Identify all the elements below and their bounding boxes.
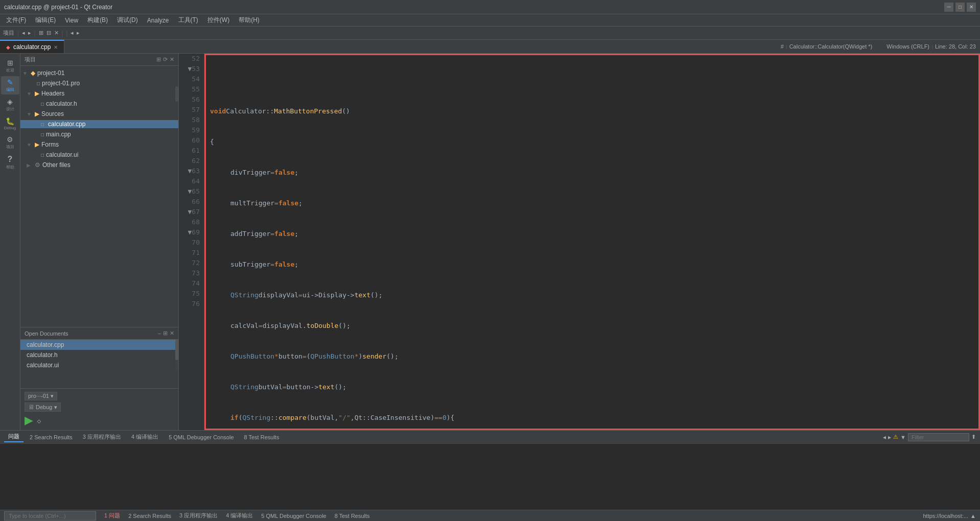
- line-63: ▼63: [183, 166, 200, 176]
- run-project-label: pro···-01 ▾: [25, 392, 57, 400]
- line-68: 68: [183, 217, 200, 227]
- tree-item-headers[interactable]: ▼ ▶ Headers: [20, 88, 178, 99]
- bottom-tab-app-output[interactable]: 3 应用程序输出: [79, 432, 125, 442]
- breadcrumb-function[interactable]: Calculator::Calculator(QWidget *): [789, 43, 873, 50]
- menu-analyze[interactable]: Analyze: [143, 16, 173, 25]
- run-area: pro···-01 ▾ 🖥 Debug ▾ ▶ ⬦: [20, 388, 178, 430]
- project-icon-btn[interactable]: ⚙ 项目: [1, 133, 19, 152]
- menu-edit[interactable]: 编辑(E): [31, 15, 60, 26]
- open-doc-calculator-h[interactable]: calculator.h: [20, 350, 178, 360]
- fold-sources-icon[interactable]: ▼: [27, 111, 33, 117]
- main-cpp-label: main.cpp: [46, 131, 71, 138]
- fold-other-icon[interactable]: ▶: [27, 162, 33, 168]
- code-content[interactable]: void Calculator::MathButtonPressed() { d…: [204, 54, 980, 430]
- tab-calculator-cpp[interactable]: ◆ calculator.cpp ✕: [0, 40, 64, 53]
- toolbar-nav-fwd[interactable]: ▸: [28, 30, 31, 36]
- toolbar-bookmark[interactable]: ⊞: [39, 30, 43, 36]
- menu-view[interactable]: View: [61, 16, 82, 25]
- tree-scrollbar[interactable]: [175, 86, 178, 102]
- tree-item-forms[interactable]: ▼ ▶ Forms: [20, 139, 178, 150]
- toolbar-left-arrow[interactable]: ◂: [71, 30, 74, 36]
- status-test[interactable]: 8 Test Results: [331, 513, 374, 519]
- fold-headers-icon[interactable]: ▼: [27, 91, 33, 97]
- tree-filter-icon[interactable]: ⊞: [156, 56, 161, 63]
- project-tree: ▼ ◆ project-01 □ project-01.pro: [20, 66, 178, 327]
- code-line-63: if(QString::compare(butVal,"/",Qt::CaseI…: [210, 413, 974, 423]
- minimize-button[interactable]: ─: [944, 3, 953, 12]
- open-doc-calculator-ui[interactable]: calculator.ui: [20, 360, 178, 370]
- maximize-button[interactable]: □: [955, 3, 965, 12]
- tree-item-pro-file[interactable]: □ project-01.pro: [20, 78, 178, 88]
- tab-close-icon[interactable]: ✕: [54, 44, 58, 50]
- debug-icon-btn[interactable]: 🐛 Debug: [1, 115, 19, 132]
- tree-item-calculator-cpp[interactable]: □ calculator.cpp: [20, 119, 178, 129]
- design-icon-btn[interactable]: ◈ 设计: [1, 96, 19, 114]
- line-66: 66: [183, 197, 200, 207]
- close-button[interactable]: ✕: [967, 3, 976, 12]
- bottom-panel-expand[interactable]: ⬆: [971, 434, 976, 440]
- status-qml[interactable]: 5 QML Debugger Console: [257, 513, 330, 519]
- tree-item-project[interactable]: ▼ ◆ project-01: [20, 68, 178, 78]
- status-issues[interactable]: 1 问题: [100, 512, 124, 519]
- edit-icon-btn[interactable]: ✎ 编辑: [1, 76, 19, 94]
- code-editor[interactable]: 52 ▼53 54 55 56 57 58 59 60 61 62 ▼63 64…: [179, 54, 980, 430]
- help-icon-btn[interactable]: ? 帮助: [1, 153, 19, 172]
- main-file-icon: □: [41, 132, 44, 137]
- fold-forms-icon[interactable]: ▼: [27, 142, 33, 148]
- tree-item-calculator-h[interactable]: □ calculator.h: [20, 99, 178, 109]
- docs-min-icon[interactable]: –: [158, 330, 161, 337]
- line-64: 64: [183, 176, 200, 186]
- toolbar-nav-back[interactable]: ◂: [22, 30, 25, 36]
- run-button[interactable]: ▶: [25, 414, 33, 427]
- code-line-53: void Calculator::MathButtonPressed(): [210, 106, 974, 116]
- open-doc-calculator-cpp[interactable]: calculator.cpp: [20, 340, 178, 350]
- fold-project-icon[interactable]: ▼: [22, 70, 29, 76]
- bottom-tab-qml-debug[interactable]: 5 QML Debugger Console: [165, 433, 238, 441]
- tree-item-calculator-ui[interactable]: □ calculator.ui: [20, 150, 178, 160]
- bottom-nav-next[interactable]: ▸: [888, 434, 891, 441]
- main-area: ⊞ 欢迎 ✎ 编辑 ◈ 设计 🐛 Debug ⚙ 项目 ? 帮助: [0, 54, 980, 430]
- bottom-tab-test[interactable]: 8 Test Results: [240, 433, 284, 441]
- code-line-54: {: [210, 137, 974, 147]
- bottom-tab-search[interactable]: 2 Search Results: [26, 433, 77, 441]
- menu-controls[interactable]: 控件(W): [203, 15, 234, 26]
- status-search[interactable]: 2 Search Results: [124, 513, 175, 519]
- toolbar-sep1: |: [34, 30, 36, 36]
- open-doc-calculator-h-label: calculator.h: [27, 351, 58, 359]
- welcome-icon-btn[interactable]: ⊞ 欢迎: [1, 57, 19, 75]
- open-docs-header: Open Documents – ⊞ ✕: [20, 327, 178, 340]
- filter-input[interactable]: [908, 433, 969, 441]
- tree-item-sources[interactable]: ▼ ▶ Sources: [20, 109, 178, 119]
- menu-help[interactable]: 帮助(H): [235, 15, 264, 26]
- menu-tools[interactable]: 工具(T): [174, 15, 202, 26]
- docs-split-icon[interactable]: ⊞: [163, 330, 168, 337]
- toolbar-right-arrow[interactable]: ▸: [77, 30, 80, 36]
- line-61: 61: [183, 146, 200, 156]
- titlebar: calculator.cpp @ project-01 - Qt Creator…: [0, 0, 980, 14]
- tree-item-other-files[interactable]: ▶ ⚙ Other files: [20, 160, 178, 170]
- editor-area[interactable]: 52 ▼53 54 55 56 57 58 59 60 61 62 ▼63 64…: [179, 54, 980, 430]
- menu-build[interactable]: 构建(B): [83, 15, 112, 26]
- code-line-59: QString displayVal = ui->Display->text()…: [210, 290, 974, 300]
- tree-sync-icon[interactable]: ⟳: [163, 56, 168, 63]
- line-58: 58: [183, 115, 200, 125]
- status-app-output[interactable]: 3 应用程序输出: [175, 512, 222, 519]
- locate-input[interactable]: [4, 511, 96, 520]
- docs-close-icon[interactable]: ✕: [170, 330, 174, 337]
- headers-label: Headers: [41, 90, 64, 97]
- debug-run-button[interactable]: ⬦: [36, 415, 42, 426]
- toolbar-close-doc[interactable]: ✕: [54, 30, 59, 36]
- line-ending-selector[interactable]: Windows (CRLF): [886, 43, 929, 50]
- sources-folder-icon: ▶: [35, 110, 39, 117]
- bottom-tab-issues[interactable]: 问题: [4, 432, 24, 442]
- bottom-nav-prev[interactable]: ◂: [883, 434, 886, 441]
- status-expand-icon[interactable]: ▲: [970, 513, 976, 519]
- status-compile[interactable]: 4 编译输出: [222, 512, 257, 519]
- tree-item-main-cpp[interactable]: □ main.cpp: [20, 129, 178, 139]
- tree-close-icon[interactable]: ✕: [170, 56, 174, 63]
- toolbar-split[interactable]: ⊟: [46, 30, 51, 36]
- open-doc-calculator-cpp-label: calculator.cpp: [27, 341, 64, 348]
- menu-debug[interactable]: 调试(D): [113, 15, 142, 26]
- menu-file[interactable]: 文件(F): [2, 15, 30, 26]
- bottom-tab-compile-output[interactable]: 4 编译输出: [127, 432, 162, 442]
